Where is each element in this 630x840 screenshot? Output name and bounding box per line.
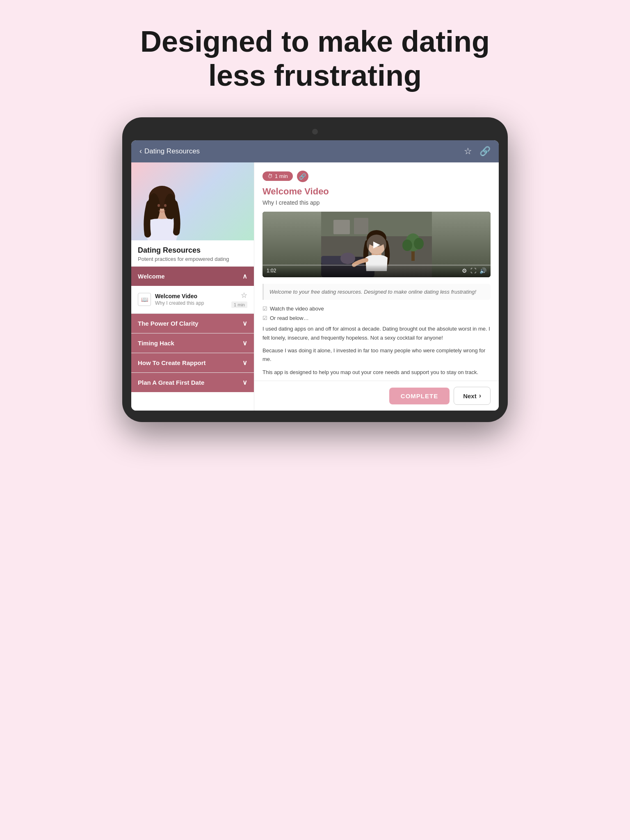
nav-back-button[interactable]: ‹ Dating Resources [139,147,200,155]
sidebar-hero-image [131,162,254,240]
section-rapport-header[interactable]: How To Create Rapport ∨ [131,353,254,372]
bookmark-icon[interactable]: ☆ [464,146,472,157]
section-timing-label: Timing Hack [138,340,174,347]
section-rapport-chevron: ∨ [242,359,247,367]
lesson-welcome-video[interactable]: 📖 Welcome Video Why I created this app ☆… [131,286,254,313]
sidebar: Dating Resources Potent practices for em… [131,162,254,411]
check-bullet-1: ☑ [262,306,267,312]
section-rapport-label: How To Create Rapport [138,359,206,366]
section-firstdate-chevron: ∨ [242,379,247,386]
content-title: Welcome Video [262,186,491,197]
video-player[interactable]: ▶ 1:02 ⚙ ⛶ 🔊 [262,212,491,277]
clock-icon: ⏱ [267,173,273,179]
section-welcome-body: 📖 Welcome Video Why I created this app ☆… [131,286,254,313]
sidebar-title-area: Dating Resources Potent practices for em… [131,240,254,266]
video-control-icons: ⚙ ⛶ 🔊 [462,267,486,274]
lesson-book-icon: 📖 [138,293,151,306]
lesson-star-icon[interactable]: ☆ [241,291,247,300]
next-label: Next [463,393,477,399]
body-paragraph-3: This app is designed to help you map out… [262,368,491,377]
sidebar-course-title: Dating Resources [138,246,247,255]
page-headline: Designed to make datingless frustrating [140,25,490,93]
nav-back-label: Dating Resources [144,147,200,155]
instruction-watch-text: Watch the video above [270,306,324,312]
description-box: Welcome to your free dating resources. D… [262,284,491,300]
lesson-welcome-desc: Why I created this app [155,300,231,306]
content-link-icon[interactable]: 🔗 [297,171,308,182]
sidebar-course-subtitle: Potent practices for empowered dating [138,256,247,262]
volume-icon[interactable]: 🔊 [479,267,486,274]
section-clarity-label: The Power Of Clarity [138,320,199,327]
section-clarity: The Power Of Clarity ∨ [131,313,254,333]
time-badge-label: 1 min [275,173,288,179]
section-timing: Timing Hack ∨ [131,333,254,353]
time-badge: ⏱ 1 min [262,171,293,181]
section-firstdate: Plan A Great First Date ∨ [131,372,254,392]
svg-point-7 [164,204,167,207]
nav-bar: ‹ Dating Resources ☆ 🔗 [131,140,499,162]
section-welcome-header[interactable]: Welcome ∧ [131,267,254,286]
instruction-read-text: Or read below… [270,315,309,321]
lesson-welcome-meta: ☆ 1 min [231,291,247,308]
section-firstdate-header[interactable]: Plan A Great First Date ∨ [131,373,254,392]
video-timestamp: 1:02 [267,268,276,274]
body-paragraph-2: Because I was doing it alone, I invested… [262,346,491,364]
content-panel: ⏱ 1 min 🔗 Welcome Video Why I created th… [254,162,499,381]
lesson-welcome-title: Welcome Video [155,293,231,299]
content-subtitle: Why I created this app [262,199,491,206]
tablet-device: ‹ Dating Resources ☆ 🔗 [122,117,508,422]
section-timing-header[interactable]: Timing Hack ∨ [131,333,254,353]
lesson-welcome-info: Welcome Video Why I created this app [155,293,231,306]
content-meta: ⏱ 1 min 🔗 [262,171,491,182]
svg-point-6 [158,204,160,207]
body-paragraph-1: I used dating apps on and off for almost… [262,324,491,342]
next-chevron-icon: › [479,392,481,399]
back-chevron-icon: ‹ [139,147,142,155]
main-area: Dating Resources Potent practices for em… [131,162,499,411]
section-welcome-label: Welcome [138,273,165,280]
section-timing-chevron: ∨ [242,339,247,347]
section-welcome: Welcome ∧ 📖 Welcome Video Why I created … [131,266,254,313]
complete-button[interactable]: COMPLETE [389,388,450,404]
action-bar: COMPLETE Next › [254,381,499,411]
play-button[interactable]: ▶ [367,235,386,254]
instruction-read: ☑ Or read below… [262,315,491,321]
tablet-screen: ‹ Dating Resources ☆ 🔗 [131,140,499,411]
section-firstdate-label: Plan A Great First Date [138,379,204,386]
description-text: Welcome to your free dating resources. D… [269,288,485,296]
nav-action-icons: ☆ 🔗 [464,146,491,157]
next-button[interactable]: Next › [454,387,491,405]
tablet-camera [312,129,318,135]
section-welcome-chevron: ∧ [242,272,247,280]
instruction-watch: ☑ Watch the video above [262,306,491,312]
share-link-icon[interactable]: 🔗 [479,146,491,157]
section-clarity-chevron: ∨ [242,320,247,327]
fullscreen-icon[interactable]: ⛶ [470,267,476,274]
check-bullet-2: ☑ [262,315,267,321]
lesson-welcome-time: 1 min [231,301,247,308]
video-controls: 1:02 ⚙ ⛶ 🔊 [262,264,491,277]
settings-icon[interactable]: ⚙ [462,267,467,274]
section-rapport: How To Create Rapport ∨ [131,353,254,372]
section-clarity-header[interactable]: The Power Of Clarity ∨ [131,314,254,333]
